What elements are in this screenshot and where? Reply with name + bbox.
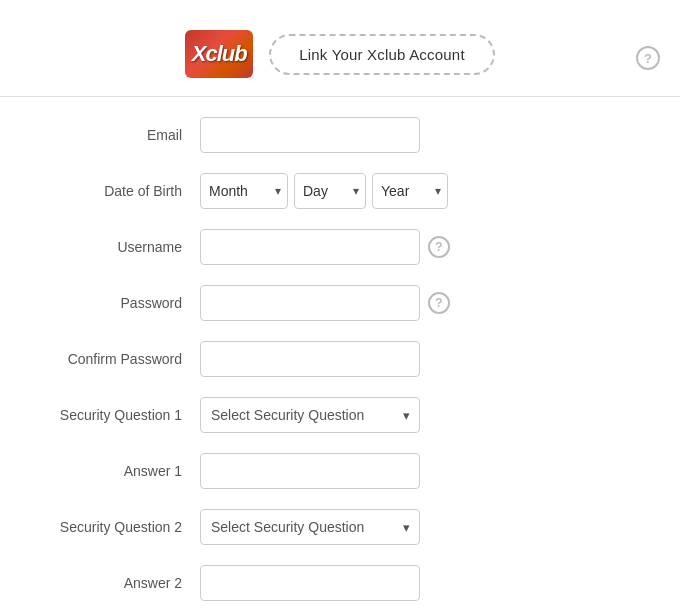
password-input[interactable] — [200, 285, 420, 321]
answer2-row: Answer 2 — [40, 555, 640, 611]
header-help-icon[interactable]: ? — [636, 46, 660, 70]
security-question1-select[interactable]: Select Security Question — [200, 397, 420, 433]
day-select-wrapper: Day 1234 5678 9101112 13141516 17181920 … — [294, 173, 366, 209]
dob-row: Date of Birth Month JanuaryFebruaryMarch… — [40, 163, 640, 219]
confirm-password-label: Confirm Password — [40, 351, 200, 367]
dob-group: Month JanuaryFebruaryMarch AprilMayJune … — [200, 173, 448, 209]
email-input[interactable] — [200, 117, 420, 153]
header: Xclub Link Your Xclub Account ? — [0, 20, 680, 96]
header-divider — [0, 96, 680, 97]
confirm-password-input[interactable] — [200, 341, 420, 377]
dob-month-select[interactable]: Month JanuaryFebruaryMarch AprilMayJune … — [200, 173, 288, 209]
username-help-icon[interactable]: ? — [428, 236, 450, 258]
answer1-input[interactable] — [200, 453, 420, 489]
username-label: Username — [40, 239, 200, 255]
security-question2-row: Security Question 2 Select Security Ques… — [40, 499, 640, 555]
answer1-row: Answer 1 — [40, 443, 640, 499]
security-question2-select[interactable]: Select Security Question — [200, 509, 420, 545]
answer1-label: Answer 1 — [40, 463, 200, 479]
password-label: Password — [40, 295, 200, 311]
security-question2-label: Security Question 2 — [40, 519, 200, 535]
link-account-button[interactable]: Link Your Xclub Account — [269, 34, 495, 75]
security-question2-select-wrapper: Select Security Question — [200, 509, 420, 545]
confirm-password-row: Confirm Password — [40, 331, 640, 387]
month-select-wrapper: Month JanuaryFebruaryMarch AprilMayJune … — [200, 173, 288, 209]
password-row: Password ? — [40, 275, 640, 331]
dob-label: Date of Birth — [40, 183, 200, 199]
year-select-wrapper: Year 20262025202420232022202120202019201… — [372, 173, 448, 209]
dob-day-select[interactable]: Day 1234 5678 9101112 13141516 17181920 … — [294, 173, 366, 209]
username-row: Username ? — [40, 219, 640, 275]
email-label: Email — [40, 127, 200, 143]
answer2-input[interactable] — [200, 565, 420, 601]
username-input[interactable] — [200, 229, 420, 265]
password-help-icon[interactable]: ? — [428, 292, 450, 314]
page-container: Xclub Link Your Xclub Account ? Email Da… — [0, 0, 680, 613]
answer2-label: Answer 2 — [40, 575, 200, 591]
logo-text: Xclub — [192, 41, 247, 67]
security-question1-row: Security Question 1 Select Security Ques… — [40, 387, 640, 443]
dob-year-select[interactable]: Year 20262025202420232022202120202019201… — [372, 173, 448, 209]
form-container: Email Date of Birth Month JanuaryFebruar… — [0, 107, 680, 611]
security-question1-select-wrapper: Select Security Question — [200, 397, 420, 433]
xclub-logo: Xclub — [185, 30, 253, 78]
security-question1-label: Security Question 1 — [40, 407, 200, 423]
email-row: Email — [40, 107, 640, 163]
